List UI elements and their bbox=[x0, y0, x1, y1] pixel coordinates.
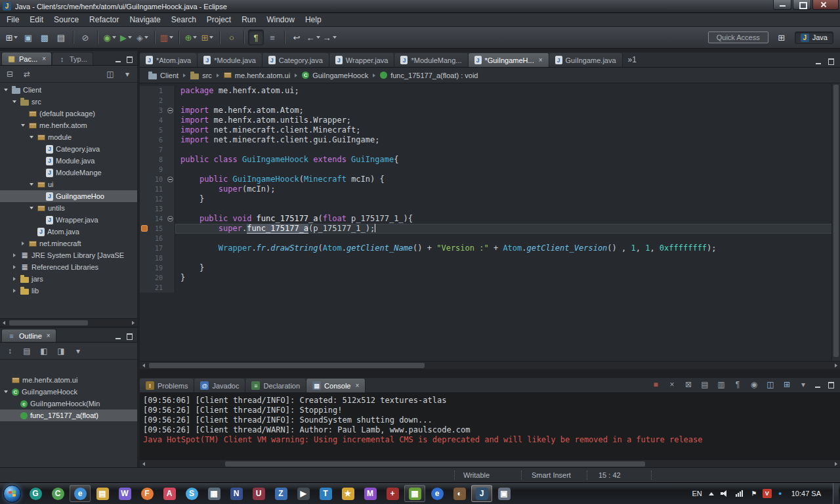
line-number[interactable]: 17 bbox=[149, 243, 166, 253]
menu-refactor[interactable]: Refactor bbox=[84, 14, 124, 26]
quick-access-box[interactable]: Quick Access bbox=[708, 32, 768, 43]
scroll-thumb[interactable] bbox=[9, 320, 88, 326]
taskbar-firefox-button[interactable]: F bbox=[136, 485, 158, 502]
tree-item-jars[interactable]: jars bbox=[0, 273, 137, 285]
breadcrumb-item-func-175177-a-float-void[interactable]: func_175177_a(float) : void bbox=[377, 72, 481, 79]
expand-arrow-icon[interactable] bbox=[28, 207, 35, 209]
console-output[interactable]: [09:56:06] [Client thread/INFO]: Created… bbox=[140, 393, 840, 459]
outline-tree[interactable]: me.henfx.atom.uiCGuiIngameHoockcGuiIngam… bbox=[0, 360, 137, 467]
pin-console-icon[interactable]: ◉ bbox=[749, 379, 759, 390]
code-line-1[interactable]: 1package me.henfx.atom.ui; bbox=[140, 86, 840, 96]
hide-fields-icon[interactable]: ▤ bbox=[21, 345, 33, 357]
maximize-view-icon[interactable] bbox=[126, 56, 133, 62]
save-all-button[interactable]: ▩ bbox=[37, 30, 52, 45]
line-number[interactable]: 9 bbox=[149, 165, 166, 175]
tree-item-untils[interactable]: untils bbox=[0, 202, 137, 214]
line-number[interactable]: 4 bbox=[149, 116, 166, 125]
search-button[interactable]: ○ bbox=[224, 30, 240, 45]
explorer-tab-pac[interactable]: ▦Pac...× bbox=[1, 52, 52, 65]
menu-navigate[interactable]: Navigate bbox=[124, 14, 165, 26]
maximize-window-button[interactable] bbox=[793, 0, 811, 10]
expand-arrow-icon[interactable] bbox=[11, 277, 18, 281]
menu-help[interactable]: Help bbox=[300, 14, 327, 26]
scroll-left-icon[interactable] bbox=[0, 319, 8, 326]
tab-outline[interactable]: ≡ Outline × bbox=[1, 329, 56, 342]
taskbar-internet-explorer-button[interactable]: e bbox=[70, 485, 91, 502]
tree-item-client[interactable]: Client bbox=[0, 84, 137, 96]
console-tab-declaration[interactable]: ≡Declaration bbox=[245, 379, 306, 392]
tree-item-modulemange[interactable]: JModuleMange bbox=[0, 167, 137, 178]
editor-tab-wrapper-java[interactable]: JWrapper.java bbox=[329, 53, 395, 67]
line-number[interactable]: 19 bbox=[149, 263, 166, 273]
scroll-left-icon[interactable] bbox=[140, 460, 148, 467]
tree-item-guiingamehoock[interactable]: CGuiIngameHoock bbox=[0, 386, 137, 398]
tab-overflow-chevron[interactable]: »1 bbox=[628, 55, 637, 64]
terminate-icon[interactable]: ■ bbox=[650, 379, 661, 390]
line-number[interactable]: 8 bbox=[149, 155, 166, 165]
package-explorer-tree[interactable]: Clientsrc(default package)me.henfx.atomm… bbox=[0, 83, 137, 318]
view-menu-icon[interactable]: ▾ bbox=[798, 379, 808, 390]
line-number[interactable]: 12 bbox=[149, 194, 166, 204]
taskbar-minecraft-button[interactable]: ▦ bbox=[404, 485, 425, 502]
volume-icon[interactable] bbox=[721, 490, 729, 497]
minimize-view-icon[interactable] bbox=[115, 333, 122, 339]
remove-all-launches-icon[interactable]: ⊠ bbox=[683, 379, 694, 390]
code-line-17[interactable]: 17 Wrapper.fr.drawString(Atom.getClient_… bbox=[140, 243, 840, 253]
taskbar-app-gold-button[interactable]: ★ bbox=[337, 485, 358, 502]
scroll-left-icon[interactable] bbox=[140, 362, 148, 369]
tree-item-func-175177-a-float[interactable]: func_175177_a(float) bbox=[0, 410, 137, 421]
minimize-view-icon[interactable] bbox=[115, 56, 122, 62]
taskbar-browser-button[interactable]: e bbox=[427, 485, 448, 502]
line-number[interactable]: 10 bbox=[149, 175, 166, 184]
tree-item-me-henfx-atom[interactable]: me.henfx.atom bbox=[0, 119, 137, 131]
forward-button[interactable]: → bbox=[322, 30, 337, 45]
close-tab-icon[interactable]: × bbox=[539, 56, 543, 64]
menu-source[interactable]: Source bbox=[49, 14, 84, 26]
maximize-view-icon[interactable] bbox=[828, 58, 835, 64]
print-button[interactable]: ▤ bbox=[53, 30, 69, 45]
fold-collapse-icon[interactable] bbox=[167, 216, 173, 222]
clear-console-icon[interactable]: ▤ bbox=[700, 379, 710, 390]
code-line-18[interactable]: 18 bbox=[140, 253, 840, 263]
breadcrumb-item-src[interactable]: src bbox=[187, 72, 215, 79]
line-number[interactable]: 14 bbox=[149, 214, 166, 224]
start-button[interactable] bbox=[3, 485, 21, 503]
code-line-19[interactable]: 19 } bbox=[140, 263, 840, 273]
editor-tab-category-java[interactable]: JCategory.java bbox=[262, 53, 329, 67]
scroll-thumb[interactable] bbox=[833, 85, 839, 357]
expand-arrow-icon[interactable] bbox=[3, 390, 9, 393]
tree-item-module-java[interactable]: JModule.java bbox=[0, 155, 137, 167]
display-selected-console-icon[interactable]: ◫ bbox=[765, 379, 776, 390]
expand-arrow-icon[interactable] bbox=[20, 242, 26, 245]
word-wrap-icon[interactable]: ¶ bbox=[732, 379, 743, 390]
code-line-20[interactable]: 20} bbox=[140, 273, 840, 283]
code-line-3[interactable]: 3import me.henfx.atom.Atom; bbox=[140, 106, 840, 116]
console-tab-javadoc[interactable]: @Javadoc bbox=[194, 379, 245, 392]
taskbar-notepad-button[interactable]: ▣ bbox=[494, 485, 514, 502]
taskbar-app-purple-button[interactable]: M bbox=[360, 485, 381, 502]
new-package-button[interactable]: ⊞ bbox=[200, 30, 215, 45]
new-button[interactable]: ⊞ bbox=[4, 30, 20, 45]
focus-on-active-task-icon[interactable]: ◫ bbox=[104, 68, 116, 80]
line-number[interactable]: 3 bbox=[149, 106, 166, 116]
breadcrumb-item-me-henfx-atom-ui[interactable]: me.henfx.atom.ui bbox=[220, 72, 293, 79]
open-console-icon[interactable]: ⊞ bbox=[782, 379, 792, 390]
debug-button[interactable]: ◉ bbox=[102, 30, 117, 45]
line-number[interactable]: 7 bbox=[149, 145, 166, 155]
taskbar-app-brown-button[interactable]: ◐ bbox=[449, 485, 470, 502]
code-line-21[interactable]: 21 bbox=[140, 283, 840, 293]
line-number[interactable]: 11 bbox=[149, 184, 166, 194]
breadcrumb-item-client[interactable]: Client bbox=[145, 72, 182, 79]
expand-arrow-icon[interactable] bbox=[28, 183, 35, 186]
remove-launch-icon[interactable]: × bbox=[667, 379, 677, 390]
collapse-all-icon[interactable]: ⊟ bbox=[4, 68, 16, 80]
expand-arrow-icon[interactable] bbox=[11, 253, 18, 257]
close-tab-icon[interactable]: × bbox=[47, 332, 51, 339]
scroll-right-icon[interactable] bbox=[129, 319, 137, 326]
hide-local-types-icon[interactable]: ▾ bbox=[72, 345, 84, 357]
menu-window[interactable]: Window bbox=[261, 14, 300, 26]
tray-app-blue-icon[interactable]: ● bbox=[776, 489, 785, 498]
line-number[interactable]: 16 bbox=[149, 234, 166, 243]
minimize-view-icon[interactable] bbox=[815, 58, 822, 64]
clock[interactable]: 10:47 SA bbox=[791, 490, 821, 497]
